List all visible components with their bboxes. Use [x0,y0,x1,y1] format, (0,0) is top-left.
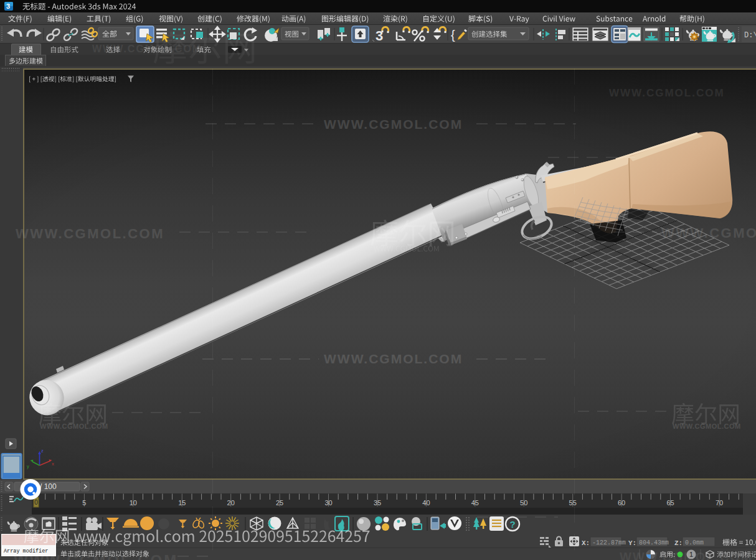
svg-text:y: y [27,464,29,469]
svg-text:{: { [451,28,455,42]
svg-text:3: 3 [6,2,10,10]
svg-text:Y:: Y: [628,539,636,547]
svg-text:804.43mm: 804.43mm [639,539,669,546]
svg-text:65: 65 [666,499,674,506]
svg-text:5: 5 [82,499,86,506]
svg-text:35: 35 [374,499,381,506]
svg-text:60: 60 [618,499,625,506]
svg-text:0.0mm: 0.0mm [685,539,704,546]
svg-text:-122.87mm: -122.87mm [592,539,626,546]
svg-text:45: 45 [471,499,479,506]
svg-text:55: 55 [569,499,577,506]
svg-text:10: 10 [130,499,137,506]
svg-text:25: 25 [276,499,283,506]
svg-text:70: 70 [716,499,723,506]
svg-text:40: 40 [422,499,430,506]
svg-text:?: ? [509,519,515,530]
svg-text:20: 20 [227,499,235,506]
svg-text:30: 30 [324,499,332,506]
svg-text:x: x [52,461,54,467]
svg-text:Z:: Z: [674,539,683,547]
svg-text:D:\D: D:\D [744,31,756,40]
svg-text:15: 15 [178,499,186,506]
svg-text:z: z [41,448,44,454]
svg-text:50: 50 [520,499,527,506]
svg-text:X:: X: [582,539,590,547]
